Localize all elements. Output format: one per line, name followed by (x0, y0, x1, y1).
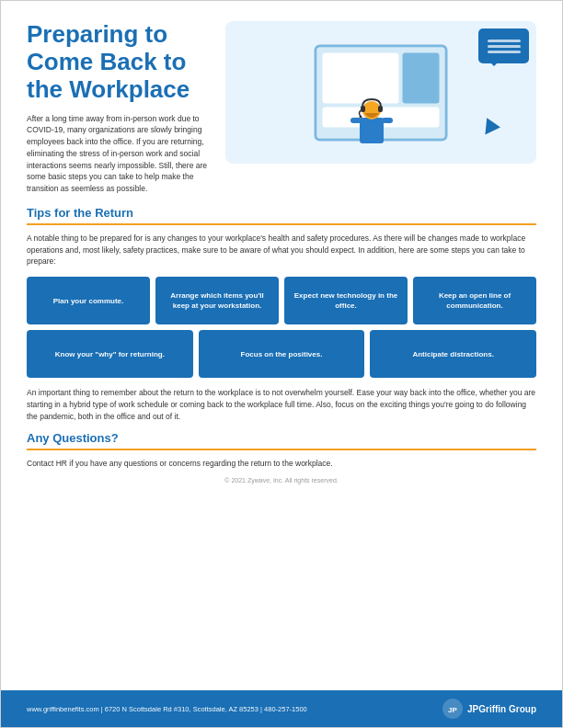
cursor-icon (478, 118, 500, 139)
questions-title: Any Questions? (27, 431, 536, 445)
jp-griffin-logo-icon: JP (442, 698, 464, 720)
person-icon (349, 90, 395, 154)
footer-logo: JP JPGriffin Group (442, 698, 536, 720)
content-area: Preparing to Come Back to the Workplace … (1, 1, 562, 690)
title-block: Preparing to Come Back to the Workplace … (27, 21, 211, 195)
questions-divider (27, 449, 536, 450)
svg-rect-6 (382, 118, 393, 123)
tip-box-6: Focus on the positives. (199, 330, 365, 378)
svg-rect-5 (350, 118, 362, 123)
tip-box-3: Expect new technology in the office. (284, 277, 408, 324)
tips-section-title: Tips for the Return (27, 206, 536, 220)
copyright-text: © 2021 Zywave, Inc. All rights reserved. (27, 477, 536, 483)
tip-boxes-row-1: Plan your commute. Arrange which items y… (27, 277, 536, 324)
hero-inner (225, 21, 536, 164)
screen-content-right (403, 52, 440, 103)
tip-box-7: Anticipate distractions. (370, 330, 536, 378)
bubble-line-2 (488, 45, 521, 48)
footer-contact: www.griffinbenefits.com | 6720 N Scottsd… (27, 705, 442, 713)
hero-image (225, 21, 536, 164)
svg-rect-2 (361, 106, 365, 112)
svg-text:JP: JP (448, 706, 457, 714)
speech-bubble-icon (478, 28, 529, 63)
svg-rect-0 (360, 118, 384, 143)
questions-text: Contact HR if you have any questions or … (27, 458, 536, 470)
closing-text: An important thing to remember about the… (27, 387, 536, 422)
tip-box-5: Know your "why" for returning. (27, 330, 193, 378)
svg-point-4 (360, 116, 362, 119)
intro-text: After a long time away from in-person wo… (27, 113, 211, 195)
tip-boxes-row-2: Know your "why" for returning. Focus on … (27, 330, 536, 378)
header-section: Preparing to Come Back to the Workplace … (27, 21, 536, 195)
tips-intro-text: A notable thing to be prepared for is an… (27, 233, 536, 267)
tips-divider (27, 223, 536, 225)
tip-box-2: Arrange which items you'll keep at your … (155, 277, 279, 324)
tip-box-1: Plan your commute. (27, 277, 150, 324)
main-title: Preparing to Come Back to the Workplace (27, 21, 211, 104)
svg-rect-3 (378, 106, 383, 112)
footer-bar: www.griffinbenefits.com | 6720 N Scottsd… (1, 690, 562, 727)
page: Preparing to Come Back to the Workplace … (0, 0, 563, 728)
tip-box-4: Keep an open line of communication. (413, 277, 536, 324)
bubble-line-3 (488, 51, 521, 53)
footer-logo-text: JPGriffin Group (467, 704, 536, 714)
bubble-line-1 (488, 40, 521, 42)
